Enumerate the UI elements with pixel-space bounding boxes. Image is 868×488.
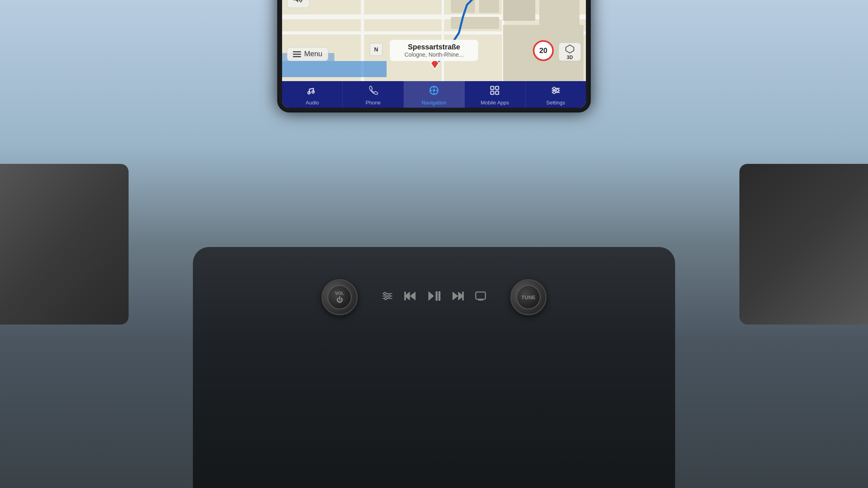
svg-rect-17 bbox=[503, 0, 535, 21]
svg-point-31 bbox=[312, 91, 314, 93]
nav-tab-phone[interactable]: Phone bbox=[343, 81, 403, 108]
north-indicator: N bbox=[370, 43, 383, 56]
svg-rect-59 bbox=[476, 292, 485, 299]
street-info-overlay: N Spessartstraße Cologne, North-Rhine... bbox=[390, 40, 478, 61]
3d-label: 3D bbox=[567, 55, 573, 60]
settings-tab-label: Settings bbox=[546, 100, 565, 106]
volume-knob[interactable]: VOL ⏻ bbox=[321, 279, 358, 315]
menu-button[interactable]: Menu bbox=[287, 47, 328, 61]
svg-marker-25 bbox=[293, 0, 298, 2]
navigation-icon bbox=[429, 85, 439, 98]
svg-rect-55 bbox=[438, 291, 440, 301]
speed-limit-sign: 20 bbox=[533, 40, 554, 61]
svg-rect-54 bbox=[436, 291, 438, 301]
street-city-label: Cologne, North-Rhine... bbox=[395, 51, 473, 58]
tune-knob-label: TUNE bbox=[521, 294, 535, 300]
svg-point-30 bbox=[308, 92, 310, 94]
svg-rect-16 bbox=[451, 17, 499, 29]
svg-point-43 bbox=[553, 91, 555, 94]
settings-icon bbox=[551, 85, 561, 98]
svg-rect-37 bbox=[495, 91, 499, 94]
svg-rect-36 bbox=[491, 91, 494, 94]
svg-rect-18 bbox=[539, 0, 579, 25]
play-pause-button[interactable] bbox=[428, 290, 440, 304]
prev-track-button[interactable] bbox=[404, 291, 416, 304]
bottom-navigation-bar: Audio Phone bbox=[282, 81, 586, 108]
dashboard: ⌂ 15:00 26.5° B bbox=[0, 0, 868, 488]
phone-icon bbox=[368, 85, 378, 98]
screen-toggle-button[interactable] bbox=[475, 291, 486, 303]
3d-button[interactable]: 3D bbox=[559, 43, 581, 61]
svg-marker-53 bbox=[428, 291, 434, 301]
tune-knob-inner: TUNE bbox=[516, 285, 540, 309]
nav-tab-mobile-apps[interactable]: Mobile Apps bbox=[465, 81, 525, 108]
audio-icon bbox=[307, 85, 317, 98]
svg-point-41 bbox=[553, 87, 555, 90]
navigation-tab-label: Navigation bbox=[422, 100, 446, 106]
tune-knob[interactable]: TUNE bbox=[510, 279, 547, 315]
infotainment-screen: ⌂ 15:00 26.5° B bbox=[282, 0, 586, 108]
screen-bezel: ⌂ 15:00 26.5° B bbox=[277, 0, 591, 112]
next-track-button[interactable] bbox=[452, 291, 464, 304]
svg-rect-58 bbox=[462, 292, 464, 300]
svg-rect-35 bbox=[495, 86, 499, 90]
left-vent bbox=[0, 164, 129, 325]
svg-point-42 bbox=[556, 89, 559, 92]
svg-marker-50 bbox=[410, 292, 416, 300]
menu-label: Menu bbox=[304, 50, 322, 58]
mobile-apps-icon bbox=[489, 85, 500, 98]
mobile-apps-tab-label: Mobile Apps bbox=[481, 100, 509, 106]
phone-tab-label: Phone bbox=[366, 100, 381, 106]
svg-point-47 bbox=[384, 292, 386, 295]
svg-point-33 bbox=[433, 89, 435, 92]
svg-rect-52 bbox=[404, 292, 406, 300]
eq-button[interactable] bbox=[382, 291, 393, 303]
svg-point-48 bbox=[388, 295, 390, 297]
volume-knob-inner: VOL ⏻ bbox=[328, 285, 352, 309]
svg-rect-14 bbox=[451, 0, 475, 13]
svg-marker-29 bbox=[566, 45, 574, 53]
right-vent bbox=[739, 164, 868, 325]
svg-rect-15 bbox=[479, 0, 499, 13]
media-controls bbox=[382, 290, 486, 304]
nav-tab-audio[interactable]: Audio bbox=[282, 81, 343, 108]
svg-rect-23 bbox=[282, 61, 387, 77]
center-console: VOL ⏻ bbox=[193, 247, 675, 488]
audio-tab-label: Audio bbox=[306, 100, 319, 106]
physical-controls: VOL ⏻ bbox=[193, 279, 675, 315]
svg-marker-56 bbox=[452, 292, 458, 300]
volume-button[interactable] bbox=[287, 0, 309, 8]
nav-tab-settings[interactable]: Settings bbox=[526, 81, 586, 108]
nav-tab-navigation[interactable]: Navigation bbox=[404, 81, 465, 108]
street-name-label: Spessartstraße bbox=[395, 43, 473, 51]
map-area: Menu 3D N Spessartstraße Cologne, North-… bbox=[282, 0, 586, 81]
svg-point-49 bbox=[385, 297, 387, 300]
svg-rect-34 bbox=[491, 86, 494, 90]
